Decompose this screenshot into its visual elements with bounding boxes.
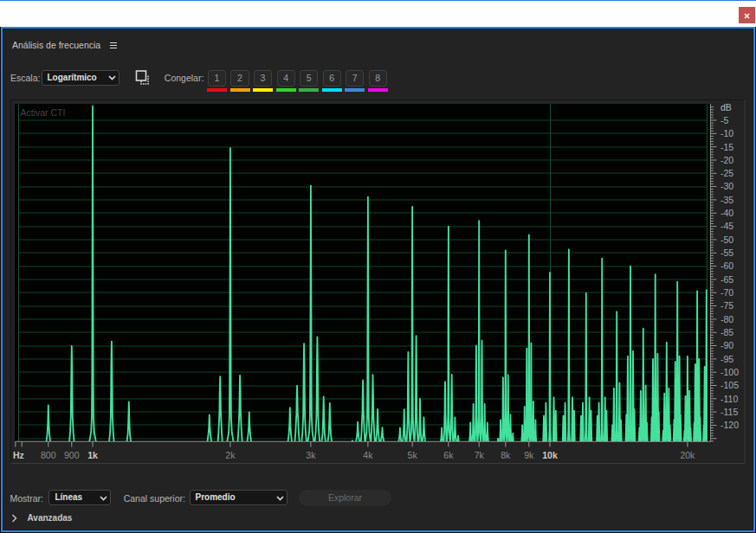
svg-text:3k: 3k — [306, 450, 316, 460]
svg-text:2k: 2k — [225, 450, 236, 460]
svg-text:4k: 4k — [363, 450, 373, 460]
svg-text:-75: -75 — [720, 300, 733, 311]
svg-text:-65: -65 — [720, 273, 733, 284]
svg-text:-25: -25 — [720, 168, 733, 178]
svg-text:-95: -95 — [720, 353, 733, 363]
svg-text:-15: -15 — [720, 141, 733, 151]
svg-text:-60: -60 — [720, 260, 733, 271]
svg-text:-10: -10 — [720, 128, 733, 138]
svg-text:-70: -70 — [720, 287, 733, 298]
svg-text:-115: -115 — [720, 406, 738, 416]
svg-text:-55: -55 — [720, 247, 733, 258]
svg-text:9k: 9k — [524, 450, 534, 460]
svg-text:-30: -30 — [720, 181, 733, 191]
svg-text:-120: -120 — [720, 420, 739, 430]
svg-text:-90: -90 — [720, 340, 733, 350]
svg-text:-80: -80 — [720, 313, 733, 324]
svg-text:10k: 10k — [542, 450, 558, 460]
svg-text:-20: -20 — [720, 154, 733, 164]
svg-text:-100: -100 — [720, 367, 739, 377]
svg-text:20k: 20k — [680, 450, 695, 460]
svg-text:-105: -105 — [720, 380, 739, 390]
svg-text:1k: 1k — [87, 450, 98, 460]
svg-text:Hz: Hz — [13, 450, 24, 460]
svg-text:800: 800 — [41, 450, 56, 460]
svg-text:-110: -110 — [720, 393, 738, 403]
svg-text:8k: 8k — [501, 450, 511, 460]
svg-text:-5: -5 — [720, 114, 728, 125]
svg-text:dB: dB — [720, 101, 732, 112]
svg-text:6k: 6k — [443, 450, 454, 460]
svg-text:Activar CTI: Activar CTI — [21, 107, 66, 118]
svg-text:-50: -50 — [720, 234, 733, 244]
svg-text:-85: -85 — [720, 327, 733, 337]
svg-text:900: 900 — [64, 450, 80, 460]
svg-text:5k: 5k — [408, 450, 418, 460]
svg-text:-35: -35 — [720, 194, 733, 204]
svg-text:-45: -45 — [720, 221, 733, 231]
svg-text:7k: 7k — [475, 450, 485, 460]
svg-text:-40: -40 — [720, 208, 733, 218]
